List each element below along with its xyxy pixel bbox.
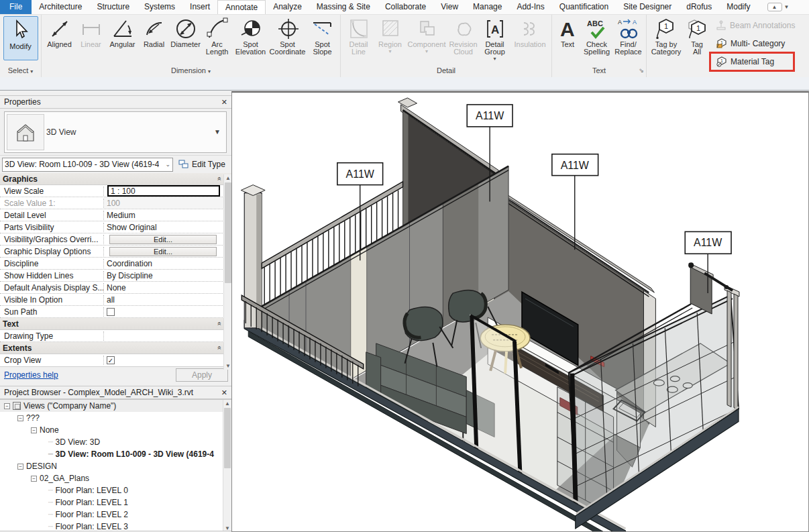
- svg-text:A: A: [491, 23, 499, 36]
- ribbon-minimize-icon[interactable]: ▲: [767, 3, 782, 11]
- tab-insert[interactable]: Insert: [182, 0, 217, 14]
- default-analysis-value[interactable]: None: [104, 282, 232, 293]
- panel-label-select[interactable]: Select ▾: [0, 65, 41, 77]
- close-icon[interactable]: ✕: [221, 388, 227, 397]
- drawing-type-value[interactable]: [104, 330, 232, 341]
- project-browser-title-bar[interactable]: Project Browser - Complex_Model_ARCH_Wik…: [0, 386, 232, 399]
- tab-quantification[interactable]: Quantification: [552, 0, 616, 14]
- collapse-icon[interactable]: »: [216, 346, 223, 350]
- tree-item-floor-plan-level3[interactable]: ┈ Floor Plan: LEVEL 3: [0, 521, 231, 531]
- detail-group-button[interactable]: A Detail Group▾: [479, 16, 510, 63]
- apply-button[interactable]: Apply: [176, 368, 228, 382]
- tab-manage[interactable]: Manage: [466, 0, 509, 14]
- tree-item-none[interactable]: − None: [0, 424, 231, 436]
- check-spelling-button[interactable]: ABC Check Spelling: [581, 16, 612, 63]
- tab-architecture[interactable]: Architecture: [32, 0, 89, 14]
- collapse-toggle-icon[interactable]: −: [17, 415, 23, 421]
- diameter-button[interactable]: Diameter: [170, 16, 201, 63]
- section-text[interactable]: Text»: [0, 318, 232, 330]
- multi-category-tag-icon: 1: [716, 38, 727, 49]
- arc-length-button[interactable]: Arc Length: [201, 16, 233, 63]
- tab-annotate[interactable]: Annotate: [217, 0, 266, 14]
- text-button[interactable]: A Text: [554, 16, 581, 63]
- tree-item-3d-view-room[interactable]: ┈ 3D View: Room L10-009 - 3D View (4619-…: [0, 448, 231, 460]
- collapse-toggle-icon[interactable]: −: [31, 427, 37, 433]
- parts-visibility-value[interactable]: Show Original: [104, 221, 232, 233]
- svg-text:A: A: [633, 19, 637, 25]
- panel-label-dimension[interactable]: Dimension ▾: [42, 65, 340, 77]
- tag-by-category-button[interactable]: 1 Tag by Category: [649, 16, 684, 63]
- tab-collaborate[interactable]: Collaborate: [378, 0, 433, 14]
- scrollbar-thumb[interactable]: [225, 182, 231, 283]
- tab-systems[interactable]: Systems: [137, 0, 182, 14]
- tree-item-floor-plan-level0[interactable]: ┈ Floor Plan: LEVEL 0: [0, 484, 231, 496]
- component-button: Component▾: [406, 16, 447, 63]
- spot-elevation-button[interactable]: Spot Elevation: [233, 16, 268, 63]
- edit-type-button[interactable]: Edit Type: [176, 157, 228, 172]
- ribbon-display-toggle[interactable]: ▲ ▼: [767, 0, 790, 14]
- tree-item-views-root[interactable]: − Views ("Company Name"): [0, 400, 231, 412]
- element-type-selector[interactable]: 3D View ▼: [4, 111, 227, 153]
- chevron-down-icon[interactable]: ▼: [214, 128, 221, 136]
- tab-view[interactable]: View: [433, 0, 466, 14]
- section-graphics[interactable]: Graphics»: [0, 173, 232, 185]
- tab-analyze[interactable]: Analyze: [266, 0, 309, 14]
- browser-scrollbar[interactable]: ▲ ▼: [223, 400, 231, 531]
- close-icon[interactable]: ✕: [221, 98, 227, 107]
- scroll-down-icon[interactable]: ▼: [223, 525, 231, 531]
- scroll-up-icon[interactable]: ▲: [223, 400, 231, 407]
- panel-label-detail[interactable]: Detail: [341, 65, 551, 77]
- section-extents[interactable]: Extents»: [0, 342, 232, 354]
- graphic-display-edit-button[interactable]: Edit...: [109, 247, 217, 256]
- properties-palette: Properties ✕ 3D View ▼: [0, 95, 232, 386]
- tree-item-ga-plans[interactable]: − 02_GA_Plans: [0, 472, 231, 484]
- scrollbar-thumb[interactable]: [224, 408, 231, 468]
- chevron-down-icon[interactable]: ▼: [784, 4, 790, 10]
- collapse-toggle-icon[interactable]: −: [17, 464, 23, 470]
- crop-view-checkbox[interactable]: ✓: [107, 356, 115, 364]
- view-scale-input[interactable]: 1 : 100: [107, 185, 220, 197]
- properties-title-bar[interactable]: Properties ✕: [0, 95, 232, 109]
- tab-drofus[interactable]: dRofus: [679, 0, 719, 14]
- spot-coordinate-button[interactable]: Spot Coordinate: [268, 16, 307, 63]
- properties-help-link[interactable]: Properties help: [4, 370, 58, 380]
- tree-item-floor-plan-level1[interactable]: ┈ Floor Plan: LEVEL 1: [0, 496, 231, 509]
- tab-modify[interactable]: Modify: [719, 0, 757, 14]
- aligned-button[interactable]: Aligned: [44, 16, 75, 63]
- tab-file[interactable]: File: [0, 0, 32, 14]
- tab-add-ins[interactable]: Add-Ins: [509, 0, 551, 14]
- tag-all-button[interactable]: 1 Tag All: [684, 16, 710, 63]
- material-tag-button[interactable]: 1 Material Tag: [713, 54, 798, 70]
- dialog-launcher-icon[interactable]: ⇘: [639, 65, 644, 76]
- sun-path-checkbox[interactable]: [107, 308, 115, 316]
- tree-item-3d-view-3d[interactable]: ┈ 3D View: 3D: [0, 436, 231, 448]
- discipline-value[interactable]: Coordination: [104, 258, 232, 269]
- material-tag-label: Material Tag: [731, 57, 774, 66]
- radial-button[interactable]: Radial: [138, 16, 170, 63]
- collapse-icon[interactable]: »: [216, 177, 223, 181]
- tab-site-designer[interactable]: Site Designer: [616, 0, 679, 14]
- tree-item-floor-plan-level2[interactable]: ┈ Floor Plan: LEVEL 2: [0, 509, 231, 521]
- angular-button[interactable]: Angular: [107, 16, 138, 63]
- collapse-icon[interactable]: »: [216, 322, 223, 326]
- tree-item-unknown[interactable]: − ???: [0, 412, 231, 424]
- chevron-down-icon[interactable]: ⌄: [165, 161, 170, 168]
- detail-level-value[interactable]: Medium: [104, 209, 232, 221]
- find-replace-button[interactable]: A A Find/ Replace: [612, 16, 644, 63]
- spot-slope-button[interactable]: Spot Slope: [307, 16, 338, 63]
- drawing-area[interactable]: A11W A11W A11W A11W: [231, 91, 809, 532]
- multi-category-button[interactable]: 1 Multi- Category: [713, 36, 798, 52]
- collapse-toggle-icon[interactable]: −: [4, 403, 10, 409]
- type-selector-dropdown[interactable]: 3D View: Room L10-009 - 3D View (4619-4 …: [2, 158, 173, 172]
- tab-massing-site[interactable]: Massing & Site: [309, 0, 378, 14]
- spot-elevation-icon: [239, 17, 263, 40]
- prop-row-graphic-display: Graphic Display Options Edit...: [0, 246, 232, 258]
- show-hidden-lines-value[interactable]: By Discipline: [104, 270, 232, 281]
- tree-item-design[interactable]: − DESIGN: [0, 460, 231, 472]
- visible-in-option-value[interactable]: all: [104, 294, 232, 305]
- tab-structure[interactable]: Structure: [89, 0, 137, 14]
- panel-label-text[interactable]: Text ⇘: [552, 65, 646, 77]
- modify-button[interactable]: Modify: [3, 16, 38, 60]
- vg-overrides-edit-button[interactable]: Edit...: [109, 235, 217, 244]
- collapse-toggle-icon[interactable]: −: [31, 476, 37, 482]
